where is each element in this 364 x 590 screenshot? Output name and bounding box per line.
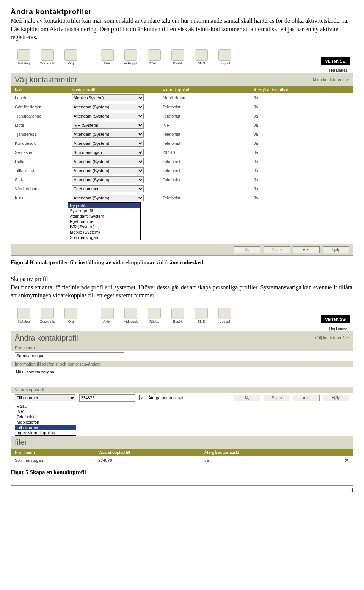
toolbar-vidkoppl[interactable]: Vidkoppl. xyxy=(121,308,141,323)
kontaktprofil-select[interactable]: Attendant (System) xyxy=(72,167,144,174)
logout-icon xyxy=(218,308,231,319)
nummer-input[interactable] xyxy=(79,394,135,402)
kod-cell: Tillfälligt ute xyxy=(15,168,72,173)
aterga-cell: Ja xyxy=(254,150,349,155)
aterga-cell: Ja xyxy=(254,187,349,191)
dropdown-option[interactable]: Ny profil... xyxy=(68,203,140,208)
table-row: Gått för dagenAttendant (System)Telefoni… xyxy=(11,102,353,111)
dropdown-option[interactable]: Mobiltelefon xyxy=(15,419,76,425)
kontaktprofil-select[interactable]: Attendant (System) xyxy=(72,131,144,138)
toolbar-vidkoppl[interactable]: Vidkoppl. xyxy=(121,49,141,65)
toolbar-rostb[interactable]: Röstb. xyxy=(144,49,164,65)
toolbar-quickinfo[interactable]: Quick Info xyxy=(38,308,57,323)
spara-button[interactable]: Spara xyxy=(264,246,290,253)
toolbar-katalog[interactable]: Katalog xyxy=(14,49,34,65)
dropdown-option[interactable]: Eget nummer xyxy=(68,219,140,224)
kontaktprofil-select[interactable]: Attendant (System) xyxy=(72,195,144,201)
link-mina-kontaktprofiler[interactable]: Mina kontaktprofiler xyxy=(313,77,349,82)
dropdown-option[interactable]: IVR (System) xyxy=(68,224,140,229)
toolbar-aktiv[interactable]: Aktiv. xyxy=(97,49,117,65)
dropdown-option[interactable]: Till nummer xyxy=(15,425,76,430)
app-toolbar-2: Katalog Quick Info Org Aktiv. Vidkoppl. … xyxy=(11,305,353,325)
aterga-checkbox[interactable]: ✓ xyxy=(139,395,144,400)
toolbar-quickinfo[interactable]: Quick Info xyxy=(38,49,57,65)
toolbar-besok[interactable]: Besök xyxy=(168,308,188,323)
toolbar-sms[interactable]: SMS xyxy=(191,49,211,65)
page-heading: Ändra kontaktprofiler xyxy=(11,8,353,16)
profilnamn-input[interactable] xyxy=(15,352,124,359)
table-header: Kod Kontaktprofil Vidarekopplad till Åte… xyxy=(11,86,353,93)
kod-cell: Sjuk xyxy=(15,177,72,182)
kontaktprofil-select[interactable]: Attendant (System) xyxy=(72,113,144,119)
kontaktprofil-select[interactable]: Mobile (System) xyxy=(72,94,144,101)
org-icon xyxy=(64,308,77,319)
hjalp-button[interactable]: Hjälp xyxy=(323,395,349,401)
ny-button[interactable]: Ny xyxy=(234,395,260,401)
toolbar-aktiv[interactable]: Aktiv. xyxy=(97,308,117,323)
vidarekopplad-cell: Telefonist xyxy=(163,132,254,137)
kod-cell: Deltid xyxy=(15,159,72,164)
intro-paragraph: Med hjälp av kontaktprofiler kan man som… xyxy=(11,17,353,41)
ater-button[interactable]: Åter xyxy=(293,246,320,253)
kod-cell: Semester xyxy=(15,150,72,155)
hjalp-button[interactable]: Hjälp xyxy=(323,246,349,253)
ny-button[interactable]: Ny xyxy=(234,246,260,253)
vidarekopplad-cell: IVR xyxy=(163,123,254,127)
greeting-text: Hej Linnéa! xyxy=(11,67,353,73)
aterga-cell: Ja xyxy=(254,141,349,146)
dropdown-option[interactable]: Mobile (System) xyxy=(68,229,140,235)
profile-dropdown-list[interactable]: Ny profil...SystemprofilAttendant (Syste… xyxy=(68,202,141,240)
kod-cell: Vård av barn xyxy=(15,187,72,191)
link-valj-kontaktprofiler[interactable]: Välj kontaktprofiler xyxy=(315,336,350,340)
kod-cell: Kundbesök xyxy=(15,141,72,146)
kontaktprofil-select[interactable]: Eget nummer xyxy=(72,185,144,192)
table-row: Vård av barnEget nummerJa xyxy=(11,184,353,193)
dropdown-option[interactable]: Attendant (System) xyxy=(68,213,140,219)
kontaktprofil-select[interactable]: Attendant (System) xyxy=(72,104,144,110)
ater-button[interactable]: Åter xyxy=(293,395,320,401)
vidarekoppla-dropdown-list[interactable]: Välj...IVRTelefonistMobiltelefonTill num… xyxy=(15,403,76,436)
information-textarea[interactable] xyxy=(15,369,176,384)
aterga-cell: Ja xyxy=(254,196,349,200)
kod-cell: Tjänsteärende xyxy=(15,114,72,118)
kod-cell: Tjänsteresa xyxy=(15,132,72,137)
dropdown-option[interactable]: Välj... xyxy=(15,403,76,409)
dropdown-option[interactable]: Sommarstugan xyxy=(68,235,140,240)
figure-5-caption: Figur 5 Skapa en kontaktprofil xyxy=(11,469,353,475)
table-row: MöteIVR (System)IVRJa xyxy=(11,121,353,130)
kontaktprofil-select[interactable]: IVR (System) xyxy=(72,122,144,129)
vidarekopplad-cell: Telefonist xyxy=(163,196,254,200)
toolbar-org[interactable]: Org xyxy=(61,308,81,323)
kontaktprofil-select[interactable]: Sommarstugan xyxy=(72,149,144,156)
dropdown-option[interactable]: Ingen vidarekoppling xyxy=(15,430,76,435)
spara-button[interactable]: Spara xyxy=(264,395,290,401)
dropdown-option[interactable]: Systemprofil xyxy=(68,208,140,213)
vidarekoppla-select[interactable]: Till nummer xyxy=(15,394,75,401)
toolbar-logout[interactable]: Logout xyxy=(215,308,235,323)
delete-icon[interactable]: ✕ xyxy=(345,457,349,463)
screenshot-andra-kontaktprofil: Katalog Quick Info Org Aktiv. Vidkoppl. … xyxy=(11,305,353,465)
toolbar-besok[interactable]: Besök xyxy=(168,49,188,65)
logout-icon xyxy=(218,49,231,61)
aterga-cell: Ja xyxy=(254,105,349,109)
aterga-cell: Ja xyxy=(254,168,349,173)
subheading-skapa-ny-profil: Skapa ny profil xyxy=(11,276,353,282)
toolbar-sms[interactable]: SMS xyxy=(191,308,211,323)
vidkoppl-icon xyxy=(124,49,137,61)
table-row: KursAttendant (System)TelefonistJa xyxy=(11,193,353,202)
toolbar-rostb[interactable]: Röstb. xyxy=(144,308,164,323)
toolbar-logout[interactable]: Logout xyxy=(215,49,235,65)
vidarekopplad-cell: Telefonist xyxy=(163,105,254,109)
kontaktprofil-select[interactable]: Attendant (System) xyxy=(72,158,144,165)
table-row: TjänsteärendeAttendant (System)Telefonis… xyxy=(11,111,353,121)
vidarekopplad-cell: Telefonist xyxy=(163,159,254,164)
toolbar-org[interactable]: Org xyxy=(61,49,81,65)
dropdown-option[interactable]: Telefonist xyxy=(15,414,76,419)
kontaktprofil-select[interactable]: Attendant (System) xyxy=(72,176,144,183)
dropdown-option[interactable]: IVR xyxy=(15,409,76,414)
aterga-cell: Ja xyxy=(254,159,349,164)
vidarekopplad-cell: Telefonist xyxy=(163,177,254,182)
kontaktprofil-select[interactable]: Attendant (System) xyxy=(72,140,144,147)
katalog-icon xyxy=(17,308,30,319)
toolbar-katalog[interactable]: Katalog xyxy=(14,308,34,323)
